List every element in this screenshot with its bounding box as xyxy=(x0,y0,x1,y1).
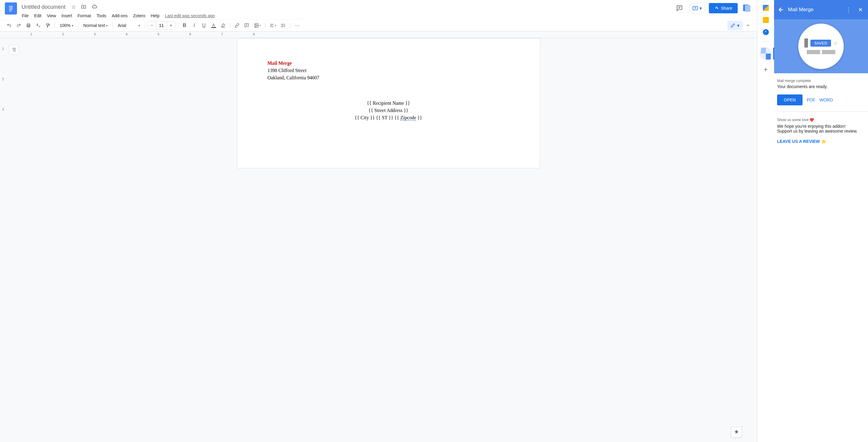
ruler-tick: 4 xyxy=(126,33,128,36)
ruler-tick: 6 xyxy=(189,33,191,36)
pdf-button[interactable]: PDF xyxy=(807,98,815,102)
doc-text: 1398 Clifford Street xyxy=(268,67,509,74)
svg-rect-8 xyxy=(716,6,716,8)
move-icon[interactable] xyxy=(80,3,88,11)
love-text: We hope you're enjoying this addon! xyxy=(777,124,865,129)
addon-sidebar: Mail Merge ⋮ SAVED ☆ Mail merge complete… xyxy=(774,0,868,442)
doc-text: {{ Recipient Name }} xyxy=(268,100,509,107)
complete-message: Your documents are ready. xyxy=(777,84,865,89)
more-toolbar-button[interactable]: ⋯ xyxy=(293,21,301,30)
star-icon[interactable]: ☆ xyxy=(70,2,77,11)
mailmerge-header-icon[interactable] xyxy=(741,3,752,13)
menu-help[interactable]: Help xyxy=(148,12,162,20)
zoom-value: 100% xyxy=(60,23,71,28)
side-panel: + xyxy=(757,0,774,442)
chevron-down-icon xyxy=(106,24,107,27)
svg-rect-4 xyxy=(9,10,11,11)
chevron-down-icon xyxy=(259,24,261,27)
more-vert-icon[interactable]: ⋮ xyxy=(844,5,853,14)
underline-button[interactable]: U xyxy=(200,21,208,30)
keep-icon[interactable] xyxy=(763,17,769,23)
chevron-down-icon xyxy=(72,24,73,27)
close-icon[interactable] xyxy=(857,6,864,13)
ruler-tick: 2 xyxy=(0,77,6,108)
toolbar: 100% Normal text Arial − 11 + B I U A xyxy=(0,20,757,32)
font-size-increase[interactable]: + xyxy=(167,22,175,29)
paint-format-button[interactable] xyxy=(44,21,52,30)
share-label: Share xyxy=(721,6,732,10)
horizontal-ruler[interactable]: 1 2 3 4 5 6 7 8 xyxy=(0,32,757,38)
menu-insert[interactable]: Insert xyxy=(59,12,74,20)
love-heading: Show us some love ❤️ xyxy=(777,118,865,122)
font-size-input[interactable]: 11 xyxy=(156,22,167,29)
doc-text: Mail Merge xyxy=(268,60,509,67)
chevron-down-icon xyxy=(138,24,140,27)
word-button[interactable]: WORD xyxy=(819,98,833,102)
menu-file[interactable]: File xyxy=(20,12,31,20)
menu-tools[interactable]: Tools xyxy=(94,12,109,20)
comments-icon[interactable] xyxy=(674,2,685,14)
insert-link-button[interactable] xyxy=(233,21,241,30)
line-spacing-button[interactable] xyxy=(279,21,288,30)
ruler-tick: 1 xyxy=(30,33,32,36)
chevron-down-icon xyxy=(700,5,702,11)
redo-button[interactable] xyxy=(14,21,23,30)
complete-heading: Mail merge complete xyxy=(777,79,865,83)
cloud-status-icon[interactable] xyxy=(90,3,98,10)
svg-rect-12 xyxy=(46,24,49,25)
calendar-icon[interactable] xyxy=(763,5,769,11)
menu-addons[interactable]: Add-ons xyxy=(110,12,130,20)
ruler-tick: 1 xyxy=(0,47,6,77)
bold-button[interactable]: B xyxy=(180,21,189,30)
text-color-button[interactable]: A xyxy=(210,21,218,30)
vertical-ruler[interactable]: 1 2 3 xyxy=(0,38,6,442)
saved-badge: SAVED xyxy=(810,40,831,46)
explore-button[interactable] xyxy=(731,427,742,438)
separator xyxy=(763,41,769,41)
ruler-tick: 5 xyxy=(158,33,159,36)
ruler-tick: 8 xyxy=(253,33,255,36)
print-button[interactable] xyxy=(24,21,33,30)
font-select[interactable]: Arial xyxy=(115,22,143,29)
menu-edit[interactable]: Edit xyxy=(32,12,44,20)
add-comment-button[interactable] xyxy=(243,21,251,30)
leave-review-link[interactable]: LEAVE US A REVIEW ⭐ xyxy=(777,139,865,144)
love-text: Support us by leaving an awesome review. xyxy=(777,129,865,134)
document-title-input[interactable]: Untitled document xyxy=(20,3,68,11)
svg-rect-2 xyxy=(9,7,13,8)
ruler-tick: 3 xyxy=(94,33,96,36)
ruler-tick: 2 xyxy=(62,33,64,36)
editing-mode-button[interactable] xyxy=(727,21,743,30)
svg-rect-3 xyxy=(9,9,13,10)
back-arrow-icon[interactable] xyxy=(778,6,784,13)
document-page[interactable]: Mail Merge 1398 Clifford Street Oakland,… xyxy=(237,38,540,168)
ruler-tick: 3 xyxy=(0,108,6,138)
menu-zotero[interactable]: Zotero xyxy=(131,12,148,20)
insert-image-button[interactable] xyxy=(252,21,262,30)
menu-view[interactable]: View xyxy=(44,12,59,20)
zoom-select[interactable]: 100% xyxy=(57,22,76,29)
open-button[interactable]: OPEN xyxy=(777,95,803,105)
addon-title: Mail Merge xyxy=(788,7,841,13)
spellcheck-button[interactable] xyxy=(34,21,42,30)
hide-menus-button[interactable] xyxy=(744,21,752,30)
docs-home-icon[interactable] xyxy=(5,2,17,14)
svg-rect-1 xyxy=(9,6,13,7)
get-addons-button[interactable]: + xyxy=(764,66,768,74)
style-select[interactable]: Normal text xyxy=(81,22,110,29)
tasks-icon[interactable] xyxy=(763,29,769,35)
mailmerge-side-icon[interactable] xyxy=(760,47,772,60)
highlight-button[interactable] xyxy=(219,21,227,30)
menu-format[interactable]: Format xyxy=(75,12,93,20)
align-button[interactable] xyxy=(268,21,278,30)
doc-text: Oakland, California 94607 xyxy=(268,74,509,81)
undo-button[interactable] xyxy=(5,21,13,30)
italic-button[interactable]: I xyxy=(190,21,198,30)
font-size-decrease[interactable]: − xyxy=(148,22,155,29)
document-outline-button[interactable] xyxy=(9,45,19,55)
last-edit-link[interactable]: Last edit was seconds ago xyxy=(162,12,217,20)
chevron-down-icon xyxy=(275,24,276,27)
share-button[interactable]: Share xyxy=(709,3,738,13)
present-button[interactable] xyxy=(689,3,705,14)
doc-text: {{ City }} {{ ST }} {{ Zipcode }} xyxy=(268,114,509,122)
